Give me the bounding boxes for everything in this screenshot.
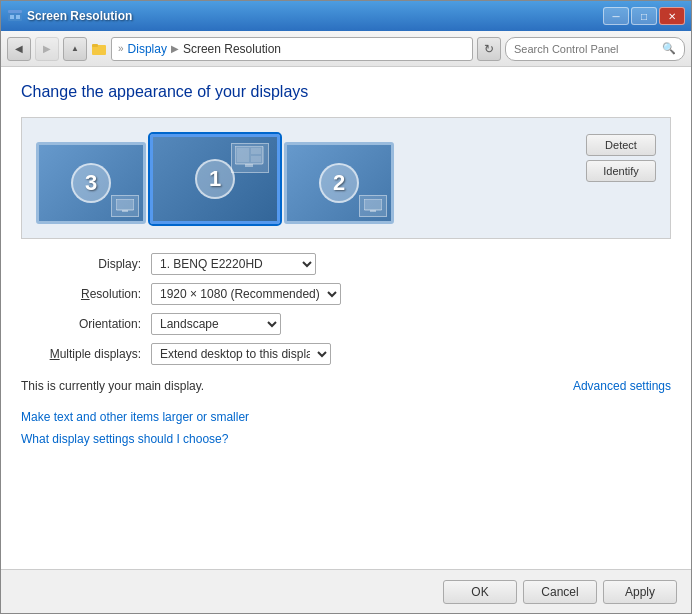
svg-rect-15 [370, 210, 376, 212]
main-window: Screen Resolution ─ □ ✕ ◀ ▶ ▲ » Display … [0, 0, 692, 614]
title-bar: Screen Resolution ─ □ ✕ [1, 1, 691, 31]
breadcrumb-bar: » Display ▶ Screen Resolution [111, 37, 473, 61]
title-bar-controls: ─ □ ✕ [603, 7, 685, 25]
window-icon [7, 8, 23, 24]
monitor-1[interactable]: 1 [150, 134, 280, 224]
bottom-bar: OK Cancel Apply [1, 569, 691, 613]
advanced-settings-link[interactable]: Advanced settings [573, 379, 671, 393]
content-area: Change the appearance of your displays 3 [1, 67, 691, 569]
link-row: Make text and other items larger or smal… [21, 407, 671, 450]
breadcrumb-arrow: ▶ [171, 43, 179, 54]
main-display-info: This is currently your main display. [21, 379, 204, 393]
svg-rect-12 [251, 148, 261, 154]
orientation-select[interactable]: Landscape [151, 313, 281, 335]
forward-button[interactable]: ▶ [35, 37, 59, 61]
apply-button[interactable]: Apply [603, 580, 677, 604]
display-select[interactable]: 1. BENQ E2220HD [151, 253, 316, 275]
detect-button[interactable]: Detect [586, 134, 656, 156]
svg-rect-14 [364, 199, 382, 210]
refresh-button[interactable]: ↻ [477, 37, 501, 61]
svg-rect-8 [122, 210, 128, 212]
window-title: Screen Resolution [27, 9, 132, 23]
breadcrumb-screen-resolution: Screen Resolution [183, 42, 281, 56]
svg-rect-6 [92, 44, 98, 47]
display-monitors: 3 1 [36, 134, 576, 224]
svg-rect-7 [116, 199, 134, 210]
display-preview-area: 3 1 [21, 117, 671, 239]
search-icon: 🔍 [662, 42, 676, 55]
svg-rect-2 [10, 15, 14, 19]
display-row: Display: 1. BENQ E2220HD [21, 253, 671, 275]
monitor-1-icon [231, 143, 269, 173]
identify-button[interactable]: Identify [586, 160, 656, 182]
form-area: Display: 1. BENQ E2220HD Resolution: 192… [21, 253, 671, 365]
title-bar-left: Screen Resolution [7, 8, 132, 24]
detect-identify-buttons: Detect Identify [586, 134, 656, 182]
svg-rect-10 [245, 164, 253, 167]
svg-rect-3 [16, 15, 20, 19]
multiple-displays-select[interactable]: Extend desktop to this display [151, 343, 331, 365]
monitor-2-icon [359, 195, 387, 217]
back-button[interactable]: ◀ [7, 37, 31, 61]
search-box[interactable]: 🔍 [505, 37, 685, 61]
text-size-link[interactable]: Make text and other items larger or smal… [21, 407, 671, 429]
search-input[interactable] [514, 43, 658, 55]
minimize-button[interactable]: ─ [603, 7, 629, 25]
monitor-1-number: 1 [195, 159, 235, 199]
up-button[interactable]: ▲ [63, 37, 87, 61]
monitor-3-icon [111, 195, 139, 217]
display-settings-link[interactable]: What display settings should I choose? [21, 429, 671, 451]
monitor-2[interactable]: 2 [284, 142, 394, 224]
breadcrumb-separator1: » [118, 43, 124, 54]
monitor-2-number: 2 [319, 163, 359, 203]
resolution-row: Resolution: 1920 × 1080 (Recommended) [21, 283, 671, 305]
folder-icon [91, 41, 107, 57]
breadcrumb-display[interactable]: Display [128, 42, 167, 56]
resolution-label: Resolution: [21, 287, 151, 301]
info-row: This is currently your main display. Adv… [21, 379, 671, 393]
multiple-displays-row: Multiple displays: Extend desktop to thi… [21, 343, 671, 365]
display-label: Display: [21, 257, 151, 271]
multiple-displays-label: Multiple displays: [21, 347, 151, 361]
cancel-button[interactable]: Cancel [523, 580, 597, 604]
ok-button[interactable]: OK [443, 580, 517, 604]
orientation-row: Orientation: Landscape [21, 313, 671, 335]
page-title: Change the appearance of your displays [21, 83, 671, 101]
monitor-3[interactable]: 3 [36, 142, 146, 224]
resolution-select[interactable]: 1920 × 1080 (Recommended) [151, 283, 341, 305]
svg-rect-1 [8, 10, 22, 13]
monitor-3-number: 3 [71, 163, 111, 203]
svg-rect-13 [251, 156, 261, 162]
svg-rect-11 [237, 148, 249, 162]
close-button[interactable]: ✕ [659, 7, 685, 25]
address-bar: ◀ ▶ ▲ » Display ▶ Screen Resolution ↻ 🔍 [1, 31, 691, 67]
maximize-button[interactable]: □ [631, 7, 657, 25]
orientation-label: Orientation: [21, 317, 151, 331]
